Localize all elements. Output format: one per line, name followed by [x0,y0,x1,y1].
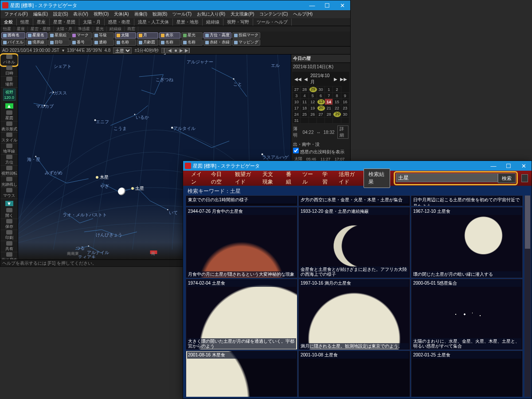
side-tool-方位[interactable]: 方位 [0,155,18,166]
calendar-icon[interactable] [521,174,528,182]
calendar-day[interactable] [301,117,309,124]
cal-prev-month[interactable]: ◀ [303,77,309,82]
calendar-day[interactable]: 11 [301,99,309,105]
calendar-day[interactable]: 30 [341,111,349,117]
minimize-button[interactable]: — [306,2,318,9]
time-stop-button[interactable]: ■ [173,48,178,53]
toolbar-button[interactable]: 名称 [115,39,136,46]
result-card[interactable]: 2002-01-25 土星食 [411,351,523,397]
menu-item[interactable]: 天文現象(P) [228,11,256,18]
toolbar-button[interactable]: 名称 [159,39,180,46]
result-card[interactable]: 1933-12-20 金星・土星の連続掩蔽金星食と土星食とが続けざまに起きた。ア… [298,207,410,278]
toolbar-button[interactable]: 星座絵 [48,32,70,39]
calendar-day[interactable]: 3 [293,93,301,99]
results-scrollbar[interactable] [524,196,531,397]
status-dropdown-icon[interactable]: ▾ [62,48,64,53]
calendar-day[interactable]: 7 [325,93,333,99]
calendar-day[interactable]: 27 [293,86,301,93]
menu-item[interactable]: ヘルプ(H) [291,11,315,18]
calendar-day[interactable]: 12 [309,99,317,105]
search-maximize-button[interactable]: ☐ [502,163,515,169]
result-card[interactable]: 1997-10-16 満月の土星食満月に隠される土星。観測地設定は東京でのよう。 [298,279,410,350]
calendar-day[interactable]: 22 [333,105,341,111]
toolbar-button[interactable]: 月齢図 [137,39,158,46]
calendar-day[interactable]: 6 [317,93,325,99]
calendar-day[interactable]: 29 [333,111,341,117]
menu-item[interactable]: ツール(T) [170,11,194,18]
calendar-day[interactable]: 30 [317,86,325,93]
planet-label[interactable]: 木星 [96,174,109,180]
calendar-day[interactable]: 18 [301,105,309,111]
category-tab[interactable]: 視野・写野 [223,19,253,26]
result-card[interactable]: 1967-12-10 土星食環の閉じた土星が月の暗い縁に潜入する [411,207,523,278]
category-tab[interactable]: 星景・地形 [173,19,203,26]
ribbon-tab[interactable]: メイン [187,169,207,188]
calendar-day[interactable]: 24 [293,111,301,117]
toolbar-button[interactable]: 境界線 [26,39,47,46]
menu-item[interactable]: お気に入り(R) [195,11,227,18]
calendar-day[interactable]: 16 [341,99,349,105]
ribbon-tab[interactable]: ツール [298,169,318,188]
calendar-day[interactable] [317,117,325,124]
toolbar-button[interactable]: 星光 [181,32,203,39]
menu-item[interactable]: コンテンツ(C) [257,11,290,18]
toolbar-button[interactable]: 遺称 [93,39,114,46]
result-card[interactable]: 2344-07-26 月食中の土星食月食中の月に土星が隠されるという大変神秘的な… [186,207,297,278]
ribbon-tab[interactable]: 今日の空 [207,169,231,188]
planet-label[interactable]: 土星 [131,185,144,192]
menu-item[interactable]: 観測(B) [150,11,169,18]
calendar-day[interactable]: 9 [341,93,349,99]
calendar-day[interactable]: 29 [309,86,317,93]
result-card[interactable]: 東京での日の出1時間前の様子 [186,196,297,206]
calendar-day[interactable]: 5 [309,93,317,99]
toolbar-button[interactable]: 投稿マーク [232,32,260,39]
maximize-button[interactable]: ☐ [321,2,333,9]
tab-search-results[interactable]: 検索結果 [364,168,390,188]
result-card[interactable]: 2001-08-16 木星食 [186,351,297,397]
side-tool-保存[interactable]: 保存 [0,219,18,230]
time-prev-button[interactable]: ◀ [167,48,172,53]
search-minimize-button[interactable]: — [487,163,500,169]
menu-item[interactable]: ファイル(F) [2,11,30,18]
toolbar-button[interactable]: 表示 [159,32,180,39]
calendar-day[interactable]: 1 [325,86,333,93]
category-tab[interactable]: 経緯線 [203,19,223,26]
calendar-day[interactable]: 21 [325,105,333,111]
calendar-day[interactable]: 28 [301,86,309,93]
category-tab[interactable]: 星座 [33,19,50,26]
ribbon-tab[interactable]: 学習 [318,169,334,188]
calendar-day[interactable]: 14 [325,99,333,105]
cal-next-year[interactable]: ▶▶ [339,77,348,82]
menu-item[interactable]: 表示(V) [71,11,90,18]
toolbar-button[interactable]: 固有名 [1,32,25,39]
toolbar-button[interactable]: マッピング [232,39,260,46]
calendar-grid[interactable]: 2728293012345678910111213141516171819202… [292,86,349,124]
menu-item[interactable]: 視野(O) [91,11,111,18]
menu-item[interactable]: 設定(S) [51,11,70,18]
result-card[interactable]: 2001-10-08 土星食 [298,351,410,397]
side-tool-表示形式[interactable]: 表示形式 [0,121,18,133]
toolbar-button[interactable]: バイエル [1,39,25,46]
time-first-button[interactable]: |◀ [161,48,167,53]
time-last-button[interactable]: ▶| [184,48,190,53]
category-tab[interactable]: 全般 [0,19,17,26]
side-tool-スタイル[interactable]: スタイル [0,133,18,144]
calendar-day[interactable]: 17 [293,105,301,111]
fov-narrower-button[interactable]: ▼ [5,201,13,206]
calendar-day[interactable]: 23 [341,105,349,111]
calendar-day[interactable]: 2 [333,86,341,93]
ribbon-tab[interactable]: 番組 [282,169,298,188]
cal-next-month[interactable]: ▶ [332,77,339,82]
calendar-day[interactable]: 13 [317,99,325,105]
toolbar-button[interactable]: 方位・高度 [203,32,231,39]
toolbar-button[interactable]: 目印 [48,39,70,46]
toolbar-button[interactable]: 星座名 [26,32,47,39]
ribbon-tab[interactable]: 活用ガイド [334,169,362,188]
calendar-day[interactable]: 19 [309,105,317,111]
category-tab[interactable]: 惑星・衛星 [105,19,134,26]
toolbar-button[interactable]: 番号 [70,39,92,46]
side-tool-光跡残し[interactable]: 光跡残し [0,177,18,188]
calendar-day[interactable]: 8 [333,93,341,99]
time-next-button[interactable]: ▶ [179,48,184,53]
ribbon-tab[interactable]: 観望ガイド [231,169,258,188]
